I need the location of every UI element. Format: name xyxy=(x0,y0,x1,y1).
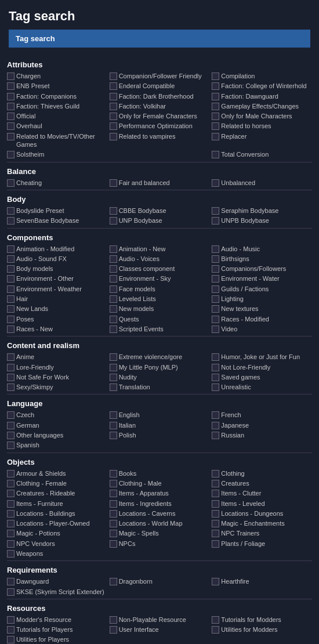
checkbox-box[interactable] xyxy=(110,422,117,429)
checkbox-box[interactable] xyxy=(212,73,219,80)
checkbox-box[interactable] xyxy=(7,470,14,477)
checkbox-box[interactable] xyxy=(7,285,14,293)
checkbox-item[interactable]: Chargen xyxy=(7,71,107,81)
checkbox-item[interactable]: Environment - Water xyxy=(212,274,312,283)
checkbox-item[interactable]: Tutorials for Players xyxy=(7,625,107,634)
checkbox-item[interactable]: UNP Bodybase xyxy=(110,216,210,225)
checkbox-item[interactable]: NPC Trainers xyxy=(212,529,312,538)
checkbox-item[interactable]: Scripted Events xyxy=(110,324,210,334)
checkbox-item[interactable]: Companions/Followers xyxy=(212,264,312,273)
checkbox-box[interactable] xyxy=(7,442,14,449)
checkbox-item[interactable]: Video xyxy=(212,324,312,334)
checkbox-box[interactable] xyxy=(212,383,219,391)
checkbox-box[interactable] xyxy=(7,500,14,508)
checkbox-item[interactable]: Environment - Weather xyxy=(7,284,107,294)
checkbox-box[interactable] xyxy=(110,133,117,140)
checkbox-item[interactable]: Hearthfire xyxy=(212,577,312,586)
checkbox-item[interactable]: Gameplay Effects/Changes xyxy=(212,102,312,111)
checkbox-item[interactable]: Faction: Dark Brotherhood xyxy=(110,92,210,101)
checkbox-item[interactable]: Environment - Sky xyxy=(110,274,210,283)
checkbox-item[interactable]: Locations - Buildings xyxy=(7,509,107,518)
checkbox-item[interactable]: Items - Furniture xyxy=(7,499,107,508)
checkbox-item[interactable]: Plants / Foliage xyxy=(212,539,312,548)
checkbox-item[interactable]: Books xyxy=(110,469,210,478)
checkbox-item[interactable]: Dragonborn xyxy=(110,577,210,586)
checkbox-box[interactable] xyxy=(110,626,117,634)
checkbox-item[interactable]: Polish xyxy=(110,430,210,440)
checkbox-item[interactable]: Tutorials for Modders xyxy=(212,615,312,624)
checkbox-box[interactable] xyxy=(212,82,219,90)
checkbox-item[interactable]: Weapons xyxy=(7,549,107,558)
checkbox-box[interactable] xyxy=(7,364,14,371)
checkbox-box[interactable] xyxy=(110,103,117,110)
checkbox-box[interactable] xyxy=(110,490,117,497)
checkbox-item[interactable]: Unbalanced xyxy=(212,178,312,187)
checkbox-item[interactable]: Saved games xyxy=(212,372,312,382)
checkbox-item[interactable]: Quests xyxy=(110,314,210,324)
checkbox-box[interactable] xyxy=(110,374,117,381)
checkbox-box[interactable] xyxy=(212,510,219,518)
checkbox-box[interactable] xyxy=(212,411,219,419)
checkbox-box[interactable] xyxy=(110,470,117,477)
checkbox-box[interactable] xyxy=(7,133,14,140)
checkbox-box[interactable] xyxy=(110,265,117,273)
checkbox-item[interactable]: Only for Female Characters xyxy=(110,111,210,121)
checkbox-item[interactable]: Races - New xyxy=(7,324,107,334)
checkbox-box[interactable] xyxy=(7,510,14,518)
checkbox-box[interactable] xyxy=(110,316,117,323)
checkbox-item[interactable]: Related to vampires xyxy=(110,132,210,150)
checkbox-item[interactable]: Classes component xyxy=(110,264,210,273)
checkbox-box[interactable] xyxy=(110,295,117,303)
checkbox-item[interactable]: Armour & Shields xyxy=(7,469,107,478)
checkbox-item[interactable]: New textures xyxy=(212,304,312,313)
checkbox-box[interactable] xyxy=(110,122,117,130)
checkbox-box[interactable] xyxy=(212,490,219,497)
checkbox-item[interactable]: Czech xyxy=(7,410,107,419)
checkbox-item[interactable]: Unrealistic xyxy=(212,382,312,392)
checkbox-box[interactable] xyxy=(212,364,219,371)
checkbox-item[interactable]: Not Lore-Friendly xyxy=(212,363,312,372)
checkbox-box[interactable] xyxy=(212,540,219,548)
checkbox-item[interactable]: Solstheim xyxy=(7,150,107,159)
checkbox-box[interactable] xyxy=(212,179,219,187)
checkbox-box[interactable] xyxy=(212,245,219,253)
checkbox-box[interactable] xyxy=(7,265,14,273)
checkbox-box[interactable] xyxy=(212,626,219,634)
checkbox-item[interactable]: NPC Vendors xyxy=(7,539,107,548)
checkbox-box[interactable] xyxy=(212,265,219,273)
checkbox-item[interactable]: Faction: Thieves Guild xyxy=(7,102,107,111)
checkbox-box[interactable] xyxy=(110,275,117,283)
checkbox-box[interactable] xyxy=(7,530,14,537)
checkbox-item[interactable]: Faction: Companions xyxy=(7,92,107,101)
checkbox-item[interactable]: English xyxy=(110,410,210,419)
checkbox-item[interactable]: Environment - Other xyxy=(7,274,107,283)
checkbox-item[interactable]: Face models xyxy=(110,284,210,294)
checkbox-item[interactable]: CBBE Bodybase xyxy=(110,206,210,215)
checkbox-box[interactable] xyxy=(212,93,219,100)
checkbox-box[interactable] xyxy=(7,207,14,215)
checkbox-box[interactable] xyxy=(110,353,117,361)
checkbox-item[interactable]: Guilds / Factions xyxy=(212,284,312,294)
checkbox-item[interactable]: Utilities for Players xyxy=(7,635,107,644)
checkbox-box[interactable] xyxy=(7,325,14,333)
checkbox-box[interactable] xyxy=(7,73,14,80)
checkbox-item[interactable]: Utilities for Modders xyxy=(212,625,312,634)
checkbox-box[interactable] xyxy=(212,616,219,624)
checkbox-item[interactable]: Faction: Volkihar xyxy=(110,102,210,111)
checkbox-item[interactable]: Cheating xyxy=(7,178,107,187)
checkbox-box[interactable] xyxy=(212,470,219,477)
checkbox-box[interactable] xyxy=(212,422,219,429)
checkbox-item[interactable]: Enderal Compatible xyxy=(110,81,210,91)
checkbox-box[interactable] xyxy=(7,217,14,225)
checkbox-item[interactable]: User Interface xyxy=(110,625,210,634)
checkbox-box[interactable] xyxy=(110,179,117,187)
checkbox-item[interactable]: SevenBase Bodybase xyxy=(7,216,107,225)
checkbox-item[interactable]: New Lands xyxy=(7,304,107,313)
checkbox-item[interactable]: Animation - Modified xyxy=(7,244,107,254)
checkbox-box[interactable] xyxy=(110,578,117,585)
checkbox-box[interactable] xyxy=(7,411,14,419)
checkbox-box[interactable] xyxy=(110,217,117,225)
checkbox-box[interactable] xyxy=(110,383,117,391)
checkbox-box[interactable] xyxy=(212,578,219,585)
checkbox-box[interactable] xyxy=(7,520,14,527)
